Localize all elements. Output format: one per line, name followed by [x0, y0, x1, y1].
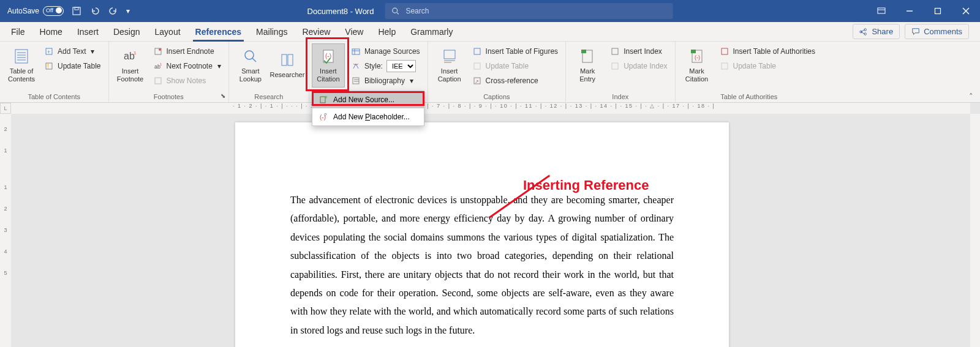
- menu-tabs: File Home Insert Design Layout Reference…: [0, 22, 980, 42]
- svg-text:1: 1: [160, 62, 162, 66]
- save-icon[interactable]: [71, 6, 82, 17]
- document-title: Document8 - Word: [307, 7, 374, 16]
- ruler-corner[interactable]: L: [0, 103, 11, 114]
- group-label: Captions: [433, 92, 561, 102]
- document-area[interactable]: Inserting Reference The advancement of e…: [11, 114, 970, 347]
- page[interactable]: Inserting Reference The advancement of e…: [235, 122, 729, 347]
- manage-sources-icon: [351, 47, 361, 56]
- group-footnotes: ab1 Insert Footnote Insert Endnote ab1Ne…: [109, 42, 229, 102]
- group-index: Mark Entry Insert Index Update Index Ind…: [566, 42, 675, 102]
- mark-entry-label: Mark Entry: [579, 67, 595, 83]
- update-index-button[interactable]: Update Index: [608, 59, 669, 73]
- mark-entry-button[interactable]: Mark Entry: [571, 43, 604, 88]
- mark-citation-button[interactable]: (-) Mark Citation: [680, 43, 714, 88]
- tab-layout[interactable]: Layout: [148, 22, 188, 42]
- next-footnote-button[interactable]: ab1Next Footnote▾: [151, 59, 224, 73]
- footnotes-launcher-icon[interactable]: ⬊: [219, 92, 227, 101]
- comment-icon: [911, 28, 920, 36]
- group-label: Footnotes: [114, 92, 224, 102]
- document-body-text[interactable]: The advancement of electronic devices is…: [235, 122, 729, 347]
- search-box[interactable]: Search: [385, 3, 673, 19]
- toa-icon: [720, 47, 729, 56]
- insert-caption-label: Insert Caption: [438, 67, 461, 83]
- tab-help[interactable]: Help: [371, 22, 403, 42]
- undo-icon[interactable]: [89, 6, 100, 17]
- svg-rect-28: [155, 78, 161, 84]
- update-table-icon: !: [44, 61, 54, 71]
- annotation-highlight-insert-citation: [306, 37, 349, 91]
- svg-point-2: [393, 8, 398, 13]
- horizontal-ruler[interactable]: · 1 · 2 · | · 1 · | · · · | · 1 · | · 2 …: [11, 103, 970, 114]
- svg-text:↗: ↗: [475, 79, 479, 84]
- close-button[interactable]: [952, 0, 980, 22]
- mark-entry-icon: [579, 48, 596, 65]
- group-table-of-contents: Table of Contents +Add Text▾ !Update Tab…: [0, 42, 109, 102]
- minimize-button[interactable]: [895, 0, 924, 22]
- show-notes-icon: [153, 76, 163, 86]
- cross-reference-button[interactable]: ↗Cross-reference: [470, 74, 561, 88]
- insert-caption-button[interactable]: Insert Caption: [433, 43, 466, 88]
- vertical-scrollbar[interactable]: [970, 114, 980, 347]
- smart-lookup-icon: [242, 48, 259, 65]
- smart-lookup-label: Smart Lookup: [239, 67, 262, 83]
- cross-ref-icon: ↗: [472, 76, 482, 86]
- insert-index-button[interactable]: Insert Index: [608, 45, 669, 58]
- update-table-button[interactable]: !Update Table: [42, 59, 104, 73]
- add-text-button[interactable]: +Add Text▾: [42, 45, 104, 58]
- insert-endnote-button[interactable]: Insert Endnote: [151, 45, 224, 58]
- svg-text:(-): (-): [695, 54, 700, 61]
- next-footnote-icon: ab1: [153, 61, 163, 71]
- svg-rect-32: [288, 54, 293, 65]
- share-button[interactable]: Share: [853, 24, 900, 39]
- collapse-ribbon-icon[interactable]: ˄: [965, 91, 976, 102]
- update-table-captions-button[interactable]: Update Table: [470, 59, 561, 73]
- tab-home[interactable]: Home: [32, 22, 70, 42]
- researcher-icon: [279, 51, 296, 69]
- table-of-contents-button[interactable]: Table of Contents: [5, 43, 38, 88]
- tab-file[interactable]: File: [4, 22, 32, 42]
- tab-grammarly[interactable]: Grammarly: [403, 22, 460, 42]
- researcher-button[interactable]: Researcher: [271, 43, 304, 88]
- svg-rect-7: [935, 9, 941, 14]
- researcher-label: Researcher: [270, 71, 304, 79]
- maximize-button[interactable]: [924, 0, 952, 22]
- svg-rect-0: [73, 7, 80, 15]
- tab-design[interactable]: Design: [106, 22, 148, 42]
- ribbon-display-options-icon[interactable]: [867, 0, 895, 22]
- add-new-placeholder-item[interactable]: (-)? Add New Placeholder...: [312, 108, 424, 125]
- svg-line-30: [252, 58, 256, 62]
- style-selector[interactable]: Style: IEEE: [349, 59, 423, 73]
- style-select[interactable]: IEEE: [386, 60, 416, 72]
- show-notes-button[interactable]: Show Notes: [151, 74, 224, 88]
- comments-label: Comments: [924, 27, 962, 36]
- autosave-toggle[interactable]: AutoSave Off: [7, 6, 64, 16]
- manage-sources-button[interactable]: Manage Sources: [349, 45, 423, 58]
- svg-rect-13: [15, 50, 28, 63]
- svg-rect-4: [878, 8, 885, 13]
- search-icon: [391, 7, 399, 15]
- tab-mailings[interactable]: Mailings: [249, 22, 295, 42]
- insert-toa-button[interactable]: Insert Table of Authorities: [717, 45, 818, 58]
- svg-rect-31: [282, 54, 287, 65]
- tab-references[interactable]: References: [188, 22, 249, 42]
- caption-icon: [441, 48, 458, 65]
- vertical-ruler[interactable]: 2 1 1 2 3 4 5: [0, 114, 11, 347]
- comments-button[interactable]: Comments: [905, 24, 969, 39]
- mark-citation-icon: (-): [688, 48, 706, 65]
- svg-rect-44: [474, 48, 480, 54]
- group-authorities: (-) Mark Citation Insert Table of Author…: [676, 42, 823, 102]
- group-label: Table of Contents: [5, 92, 104, 102]
- redo-icon[interactable]: [108, 6, 119, 17]
- share-label: Share: [872, 27, 893, 36]
- footnote-icon: ab1: [122, 48, 139, 65]
- insert-index-icon: [610, 47, 620, 56]
- insert-footnote-button[interactable]: ab1 Insert Footnote: [114, 43, 147, 88]
- svg-rect-38: [353, 78, 359, 84]
- insert-table-figures-button[interactable]: Insert Table of Figures: [470, 45, 561, 58]
- update-toa-button[interactable]: Update Table: [717, 59, 818, 73]
- group-research: Smart Lookup Researcher Research: [229, 42, 309, 102]
- bibliography-button[interactable]: Bibliography▾: [349, 74, 423, 88]
- smart-lookup-button[interactable]: Smart Lookup: [234, 43, 267, 88]
- tab-insert[interactable]: Insert: [70, 22, 106, 42]
- svg-text:1: 1: [134, 50, 137, 56]
